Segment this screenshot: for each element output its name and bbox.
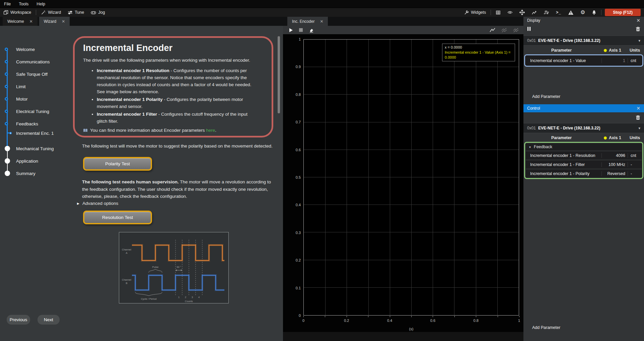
wizard-step-safe-torque-off[interactable]: Safe Torque Off: [0, 71, 67, 77]
close-icon[interactable]: ✕: [636, 18, 640, 23]
info-period: .: [215, 128, 216, 133]
wizard-step-electrical-tuning[interactable]: Electrical Tuning: [0, 108, 67, 115]
x-tick-mark: [390, 316, 390, 317]
next-button[interactable]: Next: [38, 315, 60, 325]
trash-icon[interactable]: [636, 115, 640, 120]
cycle-period-label: Cycle / Period: [141, 297, 157, 300]
chevron-down-icon[interactable]: ▾: [638, 126, 640, 130]
wizard-step-limit[interactable]: Limit: [0, 83, 67, 90]
monitor-table-button[interactable]: [492, 8, 504, 17]
tab-wizard-label: Wizard: [44, 19, 56, 24]
bullet-resolution: Incremental encoder 1 Resolution - Confi…: [97, 67, 252, 95]
step-label: Application: [16, 159, 38, 164]
widgets-button[interactable]: Widgets: [461, 8, 489, 17]
pause-icon[interactable]: [527, 27, 531, 31]
jog-button[interactable]: Jog: [87, 8, 108, 17]
workspace-button[interactable]: Workspace: [0, 8, 34, 17]
add-parameter-control[interactable]: Add Parameter: [523, 324, 644, 332]
console-button[interactable]: >_: [553, 8, 565, 17]
stop-capture-button[interactable]: [299, 28, 303, 32]
gridline: [497, 40, 498, 315]
add-parameter-display[interactable]: Add Parameter: [523, 93, 644, 101]
wizard-step-incremental-enc-1[interactable]: Incremental Enc. 1: [0, 130, 67, 136]
wizard-step-communications[interactable]: Communications: [0, 58, 67, 65]
tab-welcome[interactable]: Welcome ✕: [3, 17, 38, 26]
wizard-step-application[interactable]: Application: [0, 158, 67, 164]
terminal-icon: >_: [556, 10, 561, 15]
wizard-panel: Welcome ✕ Wizard ✕ WelcomeCommunications…: [0, 17, 283, 341]
encoder-quadrature-diagram: Channel A Channel B Pulse 90 ° Cycle / P…: [119, 232, 229, 303]
control-titlebar[interactable]: Control ✕: [523, 104, 644, 112]
control-device-row[interactable]: 0x01 EVE-NET-E - Drive (192.168.3.22) ▾: [523, 123, 644, 133]
column-parameter: Parameter: [523, 48, 599, 53]
close-icon[interactable]: ✕: [320, 19, 323, 24]
tab-inc-encoder[interactable]: Inc. Encoder ✕: [287, 17, 328, 26]
x-tick-mark: [303, 316, 304, 317]
chevron-down-icon[interactable]: ▾: [638, 39, 640, 43]
menu-file[interactable]: File: [0, 0, 15, 8]
count-mark: 3: [192, 296, 193, 299]
column-units: Units: [626, 48, 644, 53]
multi-trace-icon[interactable]: [501, 28, 507, 33]
widgets-label: Widgets: [471, 10, 486, 15]
toolbar-separator: [601, 10, 601, 15]
svg-text:A: A: [126, 251, 127, 254]
counts-label: Counts: [185, 300, 193, 303]
close-icon[interactable]: ✕: [636, 106, 640, 111]
polarity-test-button[interactable]: Polarity Test: [83, 157, 152, 171]
step-label: Electrical Tuning: [16, 109, 49, 114]
wizard-step-mechanical-tuning[interactable]: Mechanical Tuning: [0, 145, 67, 152]
play-button[interactable]: [289, 28, 293, 33]
parameter-bullet-list: Incremental encoder 1 Resolution - Confi…: [82, 67, 252, 125]
main-toolbar: Workspace Wizard Tune Jog Widgets: [0, 8, 644, 17]
advanced-options-toggle[interactable]: ▶ Advanced options: [77, 201, 118, 206]
close-icon[interactable]: ✕: [29, 19, 33, 24]
trash-icon[interactable]: [636, 27, 640, 31]
wizard-step-feedbacks[interactable]: Feedbacks: [0, 120, 67, 127]
feedback-group-header[interactable]: ▾ Feedback: [526, 144, 642, 150]
watch-button[interactable]: [504, 8, 516, 17]
axis-color-dot: [604, 136, 607, 139]
here-link[interactable]: here: [206, 128, 215, 133]
step-dot: [5, 122, 8, 125]
x-axis-labels: 00.20.40.60.81: [303, 319, 519, 323]
settings-button[interactable]: ⚙: [577, 8, 588, 17]
signals-button[interactable]: [540, 8, 553, 17]
display-device-row[interactable]: 0x01 EVE-NET-E - Drive (192.168.3.22) ▾: [523, 36, 644, 46]
menu-help[interactable]: Help: [32, 0, 49, 8]
alerts-button[interactable]: [565, 8, 577, 17]
wizard-label: Wizard: [48, 10, 61, 15]
motion-button[interactable]: [516, 8, 528, 17]
split-trace-icon[interactable]: [513, 28, 519, 33]
notifications-button[interactable]: [588, 8, 600, 17]
scope-button[interactable]: [528, 8, 540, 17]
close-icon[interactable]: ✕: [62, 19, 65, 24]
param-row-filter[interactable]: Incremental encoder 1 - Filter 100 MHz -: [526, 161, 642, 168]
stop-button[interactable]: Stop (F12): [605, 9, 641, 16]
eraser-button[interactable]: [309, 28, 314, 33]
param-row-resolution[interactable]: Incremental encoder 1 - Resolution 4096 …: [526, 152, 642, 159]
previous-button[interactable]: Previous: [7, 315, 30, 325]
ninety-degree-label: 90 °: [176, 266, 181, 269]
wizard-wand-icon: [41, 10, 46, 15]
step-label: Limit: [16, 84, 26, 89]
wizard-step-welcome[interactable]: Welcome: [0, 46, 67, 53]
wizard-step-summary[interactable]: Summary: [0, 170, 67, 177]
step-label: Welcome: [16, 47, 35, 52]
single-trace-icon[interactable]: [490, 28, 495, 33]
menu-tools[interactable]: Tools: [15, 0, 32, 8]
plot-area[interactable]: [303, 39, 519, 316]
toolbar-separator: [36, 10, 36, 15]
wizard-step-motor[interactable]: Motor: [0, 96, 67, 102]
tune-button[interactable]: Tune: [64, 8, 87, 17]
step-label: Motor: [16, 97, 28, 102]
param-row-value[interactable]: Incremental encoder 1 - Value 1 cnt: [526, 56, 642, 65]
param-name: Incremental encoder 1 - Value: [526, 58, 602, 63]
step-dot: [5, 60, 8, 63]
wizard-button[interactable]: Wizard: [38, 8, 64, 17]
toolbar-separator: [491, 10, 491, 15]
tab-wizard[interactable]: Wizard ✕: [39, 17, 70, 26]
param-row-polarity[interactable]: Incremental encoder 1 - Polarity Reverse…: [526, 170, 642, 177]
resolution-test-button[interactable]: Resolution Test: [83, 211, 152, 224]
y-tick-label: 0.1: [296, 286, 301, 290]
